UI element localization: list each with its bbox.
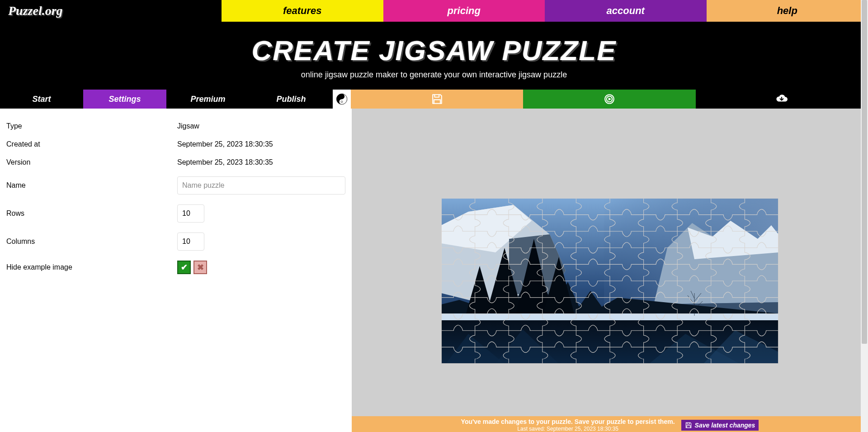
save-message: You've made changes to your puzzle. Save… [461, 418, 675, 426]
label-hide-example: Hide example image [6, 256, 176, 279]
save-bar: You've made changes to your puzzle. Save… [352, 416, 868, 432]
hide-example-no[interactable]: ✖ [193, 261, 207, 274]
label-version: Version [6, 154, 176, 171]
nav-pricing[interactable]: pricing [383, 0, 545, 22]
settings-panel: Type Jigsaw Created at September 25, 202… [0, 109, 352, 432]
nav-account[interactable]: account [545, 0, 707, 22]
brand-logo[interactable]: Puzzel.org [0, 0, 222, 22]
rows-input[interactable] [177, 204, 204, 223]
cloud-download-icon [775, 93, 788, 105]
nav-help[interactable]: help [707, 0, 868, 22]
label-type: Type [6, 118, 176, 135]
label-name: Name [6, 172, 176, 199]
tab-publish[interactable]: Publish [250, 90, 333, 109]
tab-settings[interactable]: Settings [83, 90, 166, 109]
play-button[interactable] [523, 90, 695, 109]
last-saved: Last saved: September 25, 2023 18:30:35 [461, 426, 675, 432]
page-subtitle: online jigsaw puzzle maker to generate y… [0, 70, 868, 80]
svg-point-2 [341, 101, 343, 103]
tab-premium[interactable]: Premium [166, 90, 250, 109]
columns-input[interactable] [177, 233, 204, 251]
cloud-download-button[interactable] [696, 90, 868, 109]
page-title: CREATE JIGSAW PUZZLE [0, 34, 868, 66]
tab-start[interactable]: Start [0, 90, 83, 109]
yinyang-icon[interactable] [333, 90, 351, 109]
value-version: September 25, 2023 18:30:35 [177, 154, 345, 171]
preview-panel: You've made changes to your puzzle. Save… [352, 109, 868, 432]
page-scrollbar[interactable] [861, 0, 868, 432]
play-icon [603, 93, 616, 105]
save-button-top[interactable] [351, 90, 523, 109]
nav-features[interactable]: features [222, 0, 383, 22]
name-input[interactable] [177, 176, 345, 195]
hide-example-yes[interactable]: ✔ [177, 261, 191, 274]
label-columns: Columns [6, 228, 176, 255]
value-type: Jigsaw [177, 118, 345, 135]
brand-text: Puzzel.org [8, 4, 63, 18]
floppy-icon [685, 422, 692, 429]
save-latest-button[interactable]: Save latest changes [681, 420, 759, 431]
label-rows: Rows [6, 200, 176, 227]
floppy-icon [431, 93, 443, 105]
jigsaw-preview [441, 198, 778, 364]
label-created-at: Created at [6, 136, 176, 153]
svg-point-1 [341, 95, 343, 97]
value-created-at: September 25, 2023 18:30:35 [177, 136, 345, 153]
